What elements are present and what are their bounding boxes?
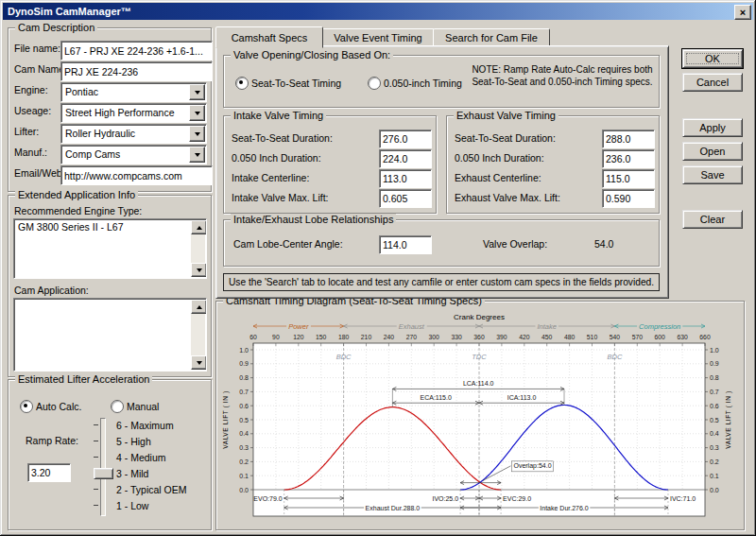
scroll-down-icon	[197, 361, 202, 365]
svg-text:0.2: 0.2	[239, 458, 249, 465]
ramp-rate-slider-thumb[interactable]	[94, 468, 113, 479]
lifter-acceleration-group: Estimated Lifter Acceleration Auto Calc.…	[8, 379, 212, 530]
cam-application-label: Cam Application:	[14, 285, 89, 296]
svg-text:0.5: 0.5	[710, 417, 719, 424]
svg-text:BDC: BDC	[336, 353, 352, 361]
scroll-up-icon	[197, 305, 202, 309]
svg-text:Power: Power	[288, 322, 309, 331]
row-label: 0.050 Inch Duration:	[455, 152, 544, 164]
svg-text:180: 180	[338, 334, 350, 340]
exhaust-max-lift-input[interactable]	[602, 189, 655, 208]
lifter-dropdown-value: Roller Hydraulic	[65, 128, 189, 139]
file-name-input[interactable]	[60, 41, 213, 61]
slider-level-label: 5 - High	[116, 436, 151, 447]
manual-radio[interactable]	[111, 400, 124, 413]
inch-timing-radio[interactable]	[368, 77, 381, 90]
chevron-down-icon	[195, 112, 200, 115]
cam-application-field	[13, 298, 207, 372]
lifter-dropdown[interactable]: Roller Hydraulic	[60, 124, 207, 144]
cam-name-input[interactable]	[60, 61, 213, 81]
save-button[interactable]: Save	[682, 165, 743, 184]
svg-text:VALVE LIFT ( IN ): VALVE LIFT ( IN )	[725, 390, 732, 449]
ramp-rate-value[interactable]	[27, 463, 71, 482]
chevron-down-icon	[195, 91, 200, 95]
clear-button[interactable]: Clear	[682, 210, 743, 229]
svg-text:0.4: 0.4	[710, 430, 719, 437]
window-title: DynoSim CamManager™	[8, 6, 131, 17]
row-label: Intake Valve Max. Lift:	[232, 192, 329, 203]
tab-camshaft-specs[interactable]: Camshaft Specs	[215, 26, 323, 48]
engine-type-label: Recommended Engine Type:	[14, 205, 142, 216]
svg-text:660: 660	[699, 334, 711, 340]
ok-button[interactable]: OK	[682, 49, 743, 68]
engine-dropdown-button[interactable]	[189, 84, 205, 100]
row-label: Exhaust Valve Max. Lift:	[455, 192, 560, 203]
group-title: Extended Application Info	[15, 189, 138, 200]
tab-label: Search for Cam File	[445, 32, 538, 43]
engine-type-field	[13, 218, 207, 279]
svg-text:BDC: BDC	[607, 353, 622, 361]
svg-text:ICA:113.0: ICA:113.0	[507, 394, 537, 401]
svg-text:450: 450	[541, 334, 553, 340]
svg-text:0.2: 0.2	[710, 458, 719, 465]
scrollbar[interactable]	[191, 300, 205, 370]
tab-valve-event-timing[interactable]: Valve Event Timing	[321, 28, 435, 47]
intake-050-duration-input[interactable]	[379, 149, 432, 168]
engine-dropdown[interactable]: Pontiac	[60, 82, 207, 102]
svg-text:480: 480	[564, 334, 576, 340]
svg-text:1.0: 1.0	[239, 347, 249, 354]
slider-tick	[94, 457, 98, 458]
valve-overlap-value: 54.0	[594, 238, 613, 250]
intake-duration-input[interactable]	[379, 130, 432, 148]
svg-text:0.3: 0.3	[710, 444, 719, 451]
exhaust-centerline-input[interactable]	[602, 169, 655, 188]
tab-search-for-cam-file[interactable]: Search for Cam File	[433, 28, 550, 47]
scroll-down-button[interactable]	[191, 355, 207, 370]
open-button[interactable]: Open	[682, 142, 743, 161]
scroll-down-button[interactable]	[191, 263, 207, 277]
manuf-dropdown-button[interactable]	[189, 147, 205, 163]
seat-to-seat-radio[interactable]	[235, 77, 249, 90]
scrollbar[interactable]	[191, 220, 205, 277]
exhaust-050-duration-input[interactable]	[602, 149, 655, 168]
cam-application-textarea[interactable]	[15, 300, 191, 370]
email-web-input[interactable]	[60, 165, 213, 185]
title-bar[interactable]: DynoSim CamManager™ ×	[3, 3, 753, 20]
auto-calc-radio[interactable]	[20, 400, 33, 413]
slider-level-label: 2 - Typical OEM	[116, 484, 187, 495]
slider-level-label: 4 - Medium	[116, 452, 166, 463]
apply-button[interactable]: Apply	[682, 118, 743, 137]
svg-text:330: 330	[451, 334, 462, 340]
cam-name-label: Cam Name:	[14, 63, 67, 75]
slider-tick	[94, 489, 98, 490]
exhaust-timing-group: Exhaust Valve Timing Seat-To-Seat Durati…	[446, 115, 660, 214]
row-label: Exhaust Centerline:	[455, 172, 541, 183]
tab-label: Valve Event Timing	[334, 32, 421, 43]
svg-text:0.8: 0.8	[239, 374, 249, 381]
close-button[interactable]: ×	[734, 5, 751, 20]
manuf-dropdown[interactable]: Comp Cams	[60, 145, 207, 164]
useage-dropdown[interactable]: Street High Performance	[60, 103, 207, 123]
svg-text:LCA:114.0: LCA:114.0	[463, 380, 494, 387]
cam-lobe-center-input[interactable]	[379, 235, 432, 254]
lifter-dropdown-button[interactable]	[189, 126, 205, 142]
svg-text:90: 90	[272, 334, 280, 340]
auto-calc-label: Auto Calc.	[36, 401, 81, 412]
ramp-rate-slider-track[interactable]	[100, 418, 106, 516]
engine-label: Engine:	[14, 84, 48, 95]
svg-text:1.0: 1.0	[710, 347, 719, 354]
intake-centerline-input[interactable]	[379, 169, 432, 188]
svg-text:0.1: 0.1	[710, 473, 719, 479]
seat-to-seat-label: Seat-To-Seat Timing	[251, 78, 341, 89]
intake-max-lift-input[interactable]	[379, 189, 432, 208]
useage-label: Useage:	[14, 105, 51, 116]
exhaust-duration-input[interactable]	[602, 130, 655, 148]
svg-text:420: 420	[519, 334, 530, 340]
cancel-button[interactable]: Cancel	[682, 73, 743, 92]
useage-dropdown-button[interactable]	[189, 105, 205, 121]
svg-text:60: 60	[249, 334, 257, 340]
engine-type-textarea[interactable]	[15, 220, 191, 277]
scroll-up-button[interactable]	[191, 300, 207, 314]
slider-tick	[94, 441, 98, 441]
scroll-up-button[interactable]	[191, 220, 207, 234]
